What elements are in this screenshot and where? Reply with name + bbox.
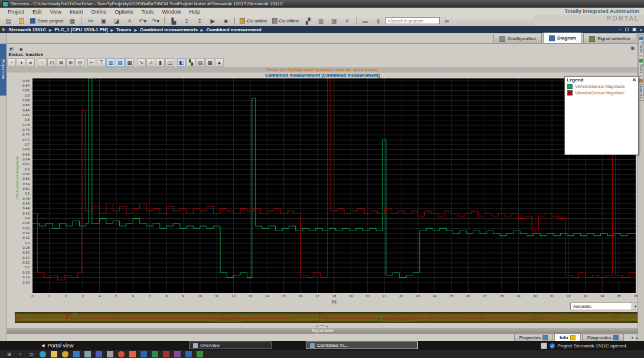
redo-view-icon[interactable]: ◕ — [26, 58, 35, 67]
accessible-devices-icon[interactable]: ▥ — [315, 16, 327, 25]
app-orange-icon[interactable] — [129, 351, 136, 357]
word-icon[interactable] — [140, 351, 147, 357]
minimize-button[interactable]: ─ — [619, 28, 622, 32]
legend-close-icon[interactable]: ✕ — [632, 77, 636, 83]
undo-view-icon[interactable]: ◑ — [17, 58, 25, 67]
project-tree-tab[interactable]: Project tree — [0, 44, 6, 96]
compile-icon[interactable]: ▙ — [168, 16, 179, 25]
online-diagnostics-icon[interactable]: ▞ — [302, 16, 314, 25]
bar-view-icon[interactable]: ▮ — [156, 58, 165, 67]
menu-view[interactable]: View — [46, 9, 66, 15]
app-red-icon[interactable] — [163, 351, 169, 357]
trace-plot[interactable] — [32, 78, 636, 293]
excel-icon[interactable] — [152, 351, 158, 357]
cut-icon[interactable]: ✂ — [84, 16, 96, 25]
tab-diagnostics[interactable]: Diagnostics — [582, 334, 624, 341]
zoom-region-icon[interactable]: ⊡ — [47, 58, 56, 67]
start-cpu-icon[interactable]: ▶ — [207, 16, 218, 25]
breadcrumb-segment[interactable]: PLC_1 [CPU 1515-1 PN] — [55, 27, 108, 32]
tab-configuration[interactable]: Configuration — [493, 34, 542, 43]
side-tab-tasks[interactable]: Tasks — [638, 57, 644, 76]
app-purple-icon[interactable] — [174, 351, 181, 357]
split-view-icon[interactable]: ◫ — [165, 58, 174, 67]
show-grid-icon[interactable]: ▤ — [116, 58, 125, 67]
breadcrumb-segment[interactable]: Combined measurements — [140, 27, 198, 32]
tab-info[interactable]: Info — [554, 333, 581, 341]
horizontal-measure-icon[interactable]: ⊤ — [97, 58, 106, 67]
open-project-icon[interactable] — [15, 16, 27, 25]
show-samples-icon[interactable]: ▩ — [125, 58, 134, 67]
vertical-measure-icon[interactable]: ⊢ — [87, 58, 96, 67]
overview-task-button[interactable]: Overview — [189, 341, 272, 349]
download-icon[interactable]: ↧ — [181, 16, 192, 25]
split-editor-icon[interactable]: ▮ — [372, 16, 384, 25]
close-button[interactable]: × — [640, 28, 642, 32]
go-offline-button[interactable]: Go offline — [270, 16, 301, 25]
menu-options[interactable]: Options — [110, 9, 137, 15]
breadcrumb-segment[interactable]: Sterownik 1511C — [8, 27, 46, 32]
export-trace-icon[interactable]: ◆ — [18, 46, 24, 52]
overlay-curves-icon[interactable]: ▚ — [187, 58, 195, 67]
pane-splitter[interactable]: ◂ •••• ▸ — [0, 323, 644, 328]
export-diagram-icon[interactable]: ▲ — [215, 58, 224, 67]
copy-icon[interactable]: ▣ — [97, 16, 109, 25]
search-input[interactable] — [385, 17, 440, 24]
side-tab-traces[interactable]: Traces — [638, 34, 644, 55]
stop-cpu-icon[interactable]: ■ — [220, 16, 231, 25]
go-online-button[interactable]: Go online — [238, 16, 269, 25]
zoom-out-icon[interactable]: ⊖ — [76, 58, 84, 67]
menu-project[interactable]: Project — [4, 9, 28, 15]
signal-table-header[interactable]: Signal table — [7, 328, 638, 333]
snap-samples-icon[interactable]: ▥ — [106, 58, 115, 67]
app-yellow-icon[interactable] — [62, 351, 68, 357]
monitor-trace-icon[interactable]: ◩ — [8, 46, 15, 52]
align-left-icon[interactable]: ▤ — [196, 58, 205, 67]
paste-icon[interactable]: ◪ — [110, 16, 122, 25]
interpolation-icon[interactable]: ⊿ — [146, 58, 155, 67]
cross-reference-icon[interactable]: ▬ — [359, 16, 371, 25]
menu-edit[interactable]: Edit — [28, 9, 46, 15]
breadcrumb-arrow-icon[interactable]: ▶ — [2, 27, 5, 32]
start-button[interactable]: ⊞ — [6, 351, 12, 357]
breadcrumb-segment[interactable]: Combined measurement — [206, 27, 261, 32]
taskbar-search-icon[interactable]: ○ — [17, 351, 24, 357]
app-green-icon[interactable] — [197, 351, 203, 357]
menu-help[interactable]: Help — [185, 9, 204, 15]
app-blue2-icon[interactable] — [185, 351, 192, 357]
splitter-grip[interactable]: •••• — [319, 324, 324, 327]
app-blue-icon[interactable] — [73, 351, 80, 357]
delete-icon[interactable]: × — [123, 16, 135, 25]
edge-icon[interactable] — [40, 351, 46, 357]
upload-icon[interactable]: ↥ — [194, 16, 205, 25]
task-view-icon[interactable]: ▭ — [28, 351, 35, 357]
file-explorer-icon[interactable] — [51, 351, 57, 357]
menu-tools[interactable]: Tools — [137, 9, 158, 15]
default-view-icon[interactable]: ◔ — [7, 58, 16, 67]
combined-measurement-task-button[interactable]: Combined m... — [306, 341, 418, 349]
teams-icon[interactable] — [96, 351, 102, 357]
print-icon[interactable]: ▦ — [66, 16, 78, 25]
app-gray-icon[interactable] — [107, 351, 113, 357]
menu-online[interactable]: Online — [87, 9, 110, 15]
undo-icon[interactable]: ↶▾ — [136, 16, 148, 25]
collapse-inspector-icon[interactable]: ▾ — [631, 336, 633, 340]
tia-portal-icon[interactable] — [84, 351, 91, 357]
time-axis-mode-select[interactable]: Automatic ▼ — [570, 303, 639, 310]
splitter-left-icon[interactable]: ◂ — [316, 324, 318, 328]
menu-insert[interactable]: Insert — [66, 9, 87, 15]
align-right-icon[interactable]: ▦ — [205, 58, 214, 67]
zoom-in-icon[interactable]: ⊕ — [66, 58, 75, 67]
maximize-button[interactable]: ▣ — [632, 27, 636, 32]
find-binoculars-icon[interactable]: ∞ — [441, 16, 453, 25]
zoom-dynamic-icon[interactable]: ⊠ — [57, 58, 66, 67]
tab-properties[interactable]: Properties — [514, 334, 553, 341]
detach-window-icon[interactable]: ▣ — [630, 45, 637, 52]
menu-window[interactable]: Window — [158, 9, 185, 15]
overview-scrollbar[interactable] — [15, 312, 639, 323]
breadcrumb-segment[interactable]: Traces — [116, 27, 131, 32]
select-cursor-icon[interactable]: + — [38, 58, 47, 67]
start-simulation-icon[interactable]: ▨ — [328, 16, 340, 25]
tab-diagram[interactable]: Diagram — [543, 32, 582, 43]
new-project-icon[interactable]: ▤ — [2, 16, 14, 25]
snapshot-icon[interactable]: ◧ — [177, 58, 186, 67]
